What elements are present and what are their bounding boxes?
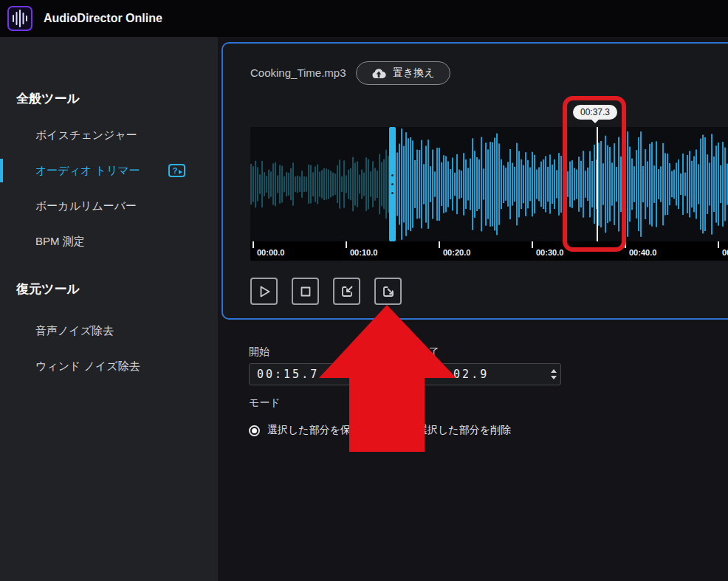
help-glyph: ? [173,166,178,175]
replace-file-button[interactable]: 置き換え [356,61,450,85]
transport-controls [250,278,402,305]
waveform [250,127,728,241]
sidebar-item-audio-trimmer[interactable]: オーディオ トリマー [35,159,140,182]
playhead-line[interactable] [597,127,598,241]
sidebar-section-restore-tools: 復元ツール [16,281,80,298]
mode-option-delete-label: 選択した部分を削除 [417,424,511,437]
app-title: AudioDirector Online [44,12,162,25]
stop-icon [298,284,313,299]
stepper-down-icon[interactable] [551,376,557,379]
ruler-tick [253,241,254,248]
waveform-logo-icon [9,7,31,30]
play-button[interactable] [250,278,278,305]
end-time-label: 終了 [419,345,439,359]
ruler-label: 00:30.0 [536,248,563,257]
stepper-up-icon[interactable] [551,369,557,373]
ruler-label: 00:00.0 [257,248,284,257]
mode-option-delete[interactable]: 選択した部分を削除 [399,422,511,439]
mode-option-keep[interactable]: 選択した部分を保持 [249,422,361,439]
play-icon [257,284,272,299]
stepper-up-icon[interactable] [381,369,387,373]
start-time-stepper [378,363,390,385]
ruler-tick [439,241,440,248]
replace-file-label: 置き換え [393,66,435,80]
sidebar-item-wind-denoise[interactable]: ウィンド ノイズ除去 [35,354,140,378]
sidebar-item-bpm-detect[interactable]: BPM 測定 [35,230,85,253]
audio-filename: Cooking_Time.mp3 [250,66,346,79]
mode-option-keep-label: 選択した部分を保持 [267,424,361,437]
waveform-display[interactable] [250,127,728,241]
radio-keep-selection[interactable] [249,425,260,436]
ruler-tick [532,241,533,248]
active-item-indicator [0,159,3,182]
ruler-label: 00:20.0 [443,248,470,257]
cloud-upload-icon [371,68,386,79]
start-time-input[interactable] [249,363,391,385]
radio-delete-selection[interactable] [399,425,410,436]
stepper-down-icon[interactable] [381,376,387,379]
mode-label: モード [249,396,281,410]
selection-start-handle[interactable] [389,127,396,241]
end-time-input[interactable] [419,363,561,385]
time-ruler: 00:00.0 00:10.0 00:20.0 00:30.0 00:40.0 … [250,241,728,261]
ruler-tick [346,241,347,248]
handle-grip-dot [391,183,394,185]
app-logo-icon [7,6,32,31]
help-tutorial-icon[interactable]: ? [168,164,185,177]
trimmer-panel: Cooking_Time.mp3 置き換え 00:00.0 00:10.0 00… [222,42,728,320]
sidebar-item-vocal-remover[interactable]: ボーカルリムーバー [35,194,137,218]
start-time-label: 開始 [249,345,269,359]
ruler-label: 00:40.0 [629,248,656,257]
playhead-time-tooltip: 00:37.3 [573,105,617,120]
ruler-label: 00:50.0 [722,248,728,257]
end-time-stepper [548,363,560,385]
trim-in-icon [340,284,354,299]
trim-in-button[interactable] [333,278,360,305]
trim-out-icon [381,284,396,299]
sidebar-item-audio-denoise[interactable]: 音声ノイズ除去 [35,319,114,343]
stop-button[interactable] [292,278,319,305]
ruler-label: 00:10.0 [350,248,377,257]
sidebar-item-voice-changer[interactable]: ボイスチェンジャー [35,123,137,147]
topbar: AudioDirector Online [0,0,728,37]
handle-grip-dot [391,174,394,176]
ruler-tick [718,241,719,248]
handle-grip-dot [391,192,394,194]
sidebar-section-general-tools: 全般ツール [16,90,80,107]
ruler-tick [625,241,626,248]
sidebar: 全般ツール ボイスチェンジャー オーディオ トリマー ? ボーカルリムーバー B… [0,37,218,581]
trim-out-button[interactable] [374,278,402,305]
